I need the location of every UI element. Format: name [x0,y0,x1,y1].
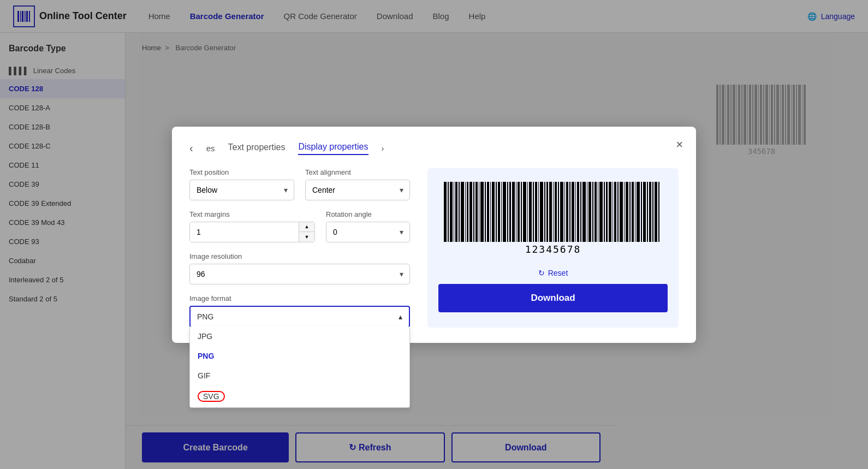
text-alignment-label: Text alignment [305,168,410,176]
modal-header: ‹ es Text properties Display properties … [189,142,679,155]
svg-rect-79 [555,182,557,242]
image-resolution-select[interactable]: 96 72 150 300 [189,264,410,284]
image-format-dropdown-menu: JPG PNG GIF SVG [189,326,410,408]
svg-text:12345678: 12345678 [525,244,581,255]
svg-rect-110 [643,182,646,242]
svg-rect-69 [527,182,528,242]
svg-rect-111 [647,182,648,242]
svg-rect-53 [480,182,484,242]
svg-rect-88 [580,182,581,242]
svg-rect-73 [538,182,539,242]
svg-rect-61 [503,182,506,242]
text-alignment-select[interactable]: Center Left Right [305,180,410,200]
stepper-down-button[interactable]: ▼ [299,232,314,242]
svg-rect-75 [544,182,545,242]
modal-nav-next[interactable]: › [382,144,384,153]
barcode-right-preview: 12345678 [438,179,668,256]
svg-rect-115 [658,182,659,242]
reset-icon: ↻ [538,269,545,277]
modal-nav-suffix: es [206,144,215,153]
rotation-angle-select[interactable]: 0 90 180 270 [326,222,410,242]
modal-download-button[interactable]: Download [438,284,668,312]
form-group-image-resolution: Image resolution 96 72 150 300 [189,252,410,284]
svg-rect-113 [652,182,653,242]
format-option-gif[interactable]: GIF [190,366,409,385]
svg-rect-45 [459,182,460,242]
svg-rect-95 [599,182,603,242]
svg-rect-41 [448,182,449,242]
svg-rect-99 [613,182,613,242]
svg-rect-58 [496,182,497,242]
svg-rect-89 [582,182,586,242]
stepper-up-button[interactable]: ▲ [299,222,314,233]
text-margins-input[interactable]: 1 [190,222,299,242]
svg-rect-54 [485,182,486,242]
svg-rect-101 [617,182,619,242]
svg-rect-77 [549,182,552,242]
modal-tab-display-properties[interactable]: Display properties [298,142,368,155]
svg-rect-51 [475,182,478,242]
format-option-svg[interactable]: SVG [190,385,409,407]
image-resolution-select-wrap: 96 72 150 300 [189,264,410,284]
svg-rect-104 [626,182,628,242]
text-margins-stepper: 1 ▲ ▼ [189,222,315,242]
svg-rect-114 [655,182,657,242]
svg-rect-46 [461,182,464,242]
svg-rect-107 [635,182,635,242]
format-option-jpg[interactable]: JPG [190,326,409,346]
svg-circled-label: SVG [198,391,225,402]
form-group-text-margins: Text margins 1 ▲ ▼ [189,210,315,242]
image-format-dropdown-trigger[interactable]: PNG ▴ [189,306,410,328]
rotation-angle-label: Rotation angle [326,210,410,218]
image-format-value: PNG [197,312,213,321]
svg-rect-43 [454,182,454,242]
svg-rect-102 [620,182,623,242]
svg-rect-59 [498,182,500,242]
form-row-1: Text position Below Above None Text alig… [189,168,410,200]
reset-button[interactable]: ↻ Reset [538,269,568,277]
reset-label: Reset [548,269,568,277]
svg-rect-80 [558,182,559,242]
svg-rect-90 [587,182,587,242]
modal-body: Text position Below Above None Text alig… [189,168,679,328]
form-group-text-position: Text position Below Above None [189,168,294,200]
modal-close-button[interactable]: × [676,138,683,152]
svg-rect-85 [572,182,574,242]
svg-rect-78 [553,182,554,242]
svg-rect-56 [490,182,491,242]
chevron-up-icon: ▴ [399,312,402,321]
modal-form: Text position Below Above None Text alig… [189,168,410,328]
svg-rect-109 [641,182,642,242]
svg-rect-108 [637,182,640,242]
svg-rect-74 [540,182,543,242]
image-format-label: Image format [189,294,410,302]
stepper-buttons: ▲ ▼ [299,222,314,242]
svg-rect-87 [577,182,579,242]
svg-rect-81 [560,182,563,242]
rotation-angle-select-wrap: 0 90 180 270 [326,222,410,242]
text-position-select-wrap: Below Above None [189,180,294,200]
text-position-select[interactable]: Below Above None [189,180,294,200]
svg-rect-42 [450,182,453,242]
svg-rect-50 [473,182,474,242]
svg-rect-66 [518,182,520,242]
image-resolution-label: Image resolution [189,252,410,260]
format-option-png[interactable]: PNG [190,346,409,366]
svg-rect-100 [614,182,616,242]
text-position-label: Text position [189,168,294,176]
svg-rect-63 [509,182,511,242]
svg-rect-92 [592,182,593,242]
modal-tab-text-properties[interactable]: Text properties [228,143,286,155]
modal-preview-panel: 12345678 ↻ Reset Download [427,168,679,328]
form-row-2: Text margins 1 ▲ ▼ Rotation angle [189,210,410,242]
svg-rect-82 [564,182,565,242]
form-group-text-alignment: Text alignment Center Left Right [305,168,410,200]
modal-nav-prev[interactable]: ‹ [189,142,193,155]
svg-rect-86 [575,182,576,242]
svg-rect-62 [507,182,508,242]
text-alignment-select-wrap: Center Left Right [305,180,410,200]
svg-rect-103 [624,182,625,242]
svg-rect-76 [546,182,548,242]
svg-rect-47 [465,182,466,242]
svg-rect-112 [649,182,651,242]
